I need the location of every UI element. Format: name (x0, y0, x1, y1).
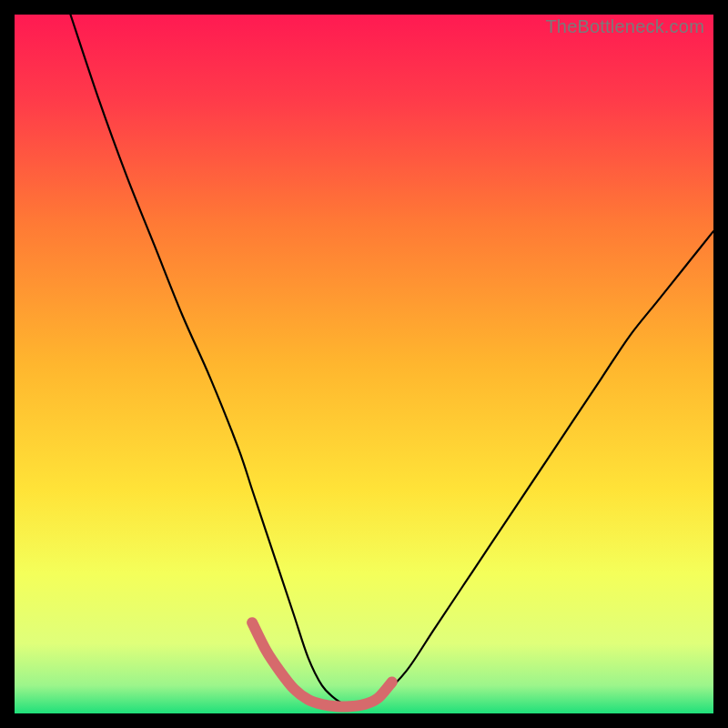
watermark-text: TheBottleneck.com (545, 16, 704, 37)
gradient-background (15, 15, 713, 713)
bottleneck-chart (15, 15, 713, 713)
chart-frame: TheBottleneck.com (15, 15, 713, 713)
